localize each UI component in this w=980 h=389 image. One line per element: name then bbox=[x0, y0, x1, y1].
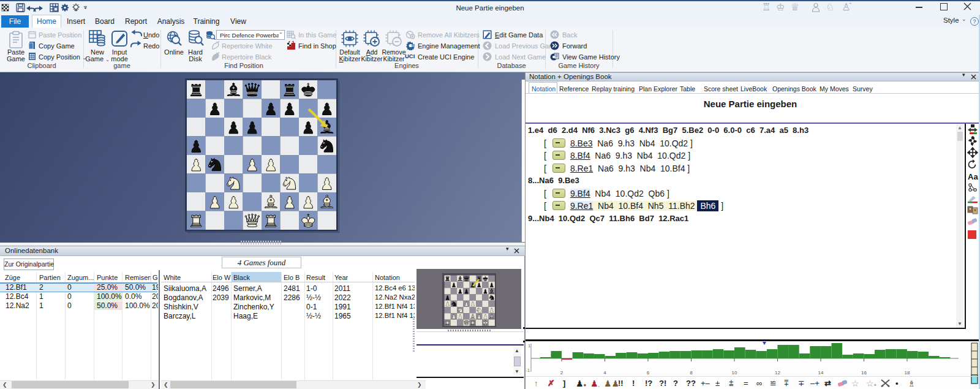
svg-text:Aa: Aa bbox=[968, 172, 978, 181]
svg-text:1: 1 bbox=[528, 343, 531, 349]
svg-text:8: 8 bbox=[690, 370, 693, 376]
svg-text:16: 16 bbox=[861, 370, 867, 376]
svg-text:12: 12 bbox=[775, 370, 780, 376]
svg-text:6: 6 bbox=[647, 370, 650, 376]
svg-text:10: 10 bbox=[732, 370, 737, 376]
svg-text:4: 4 bbox=[603, 370, 606, 376]
svg-text:-1: -1 bbox=[526, 368, 530, 373]
svg-text:14: 14 bbox=[818, 370, 824, 376]
svg-text:18: 18 bbox=[905, 370, 910, 376]
svg-text:2: 2 bbox=[560, 370, 564, 376]
